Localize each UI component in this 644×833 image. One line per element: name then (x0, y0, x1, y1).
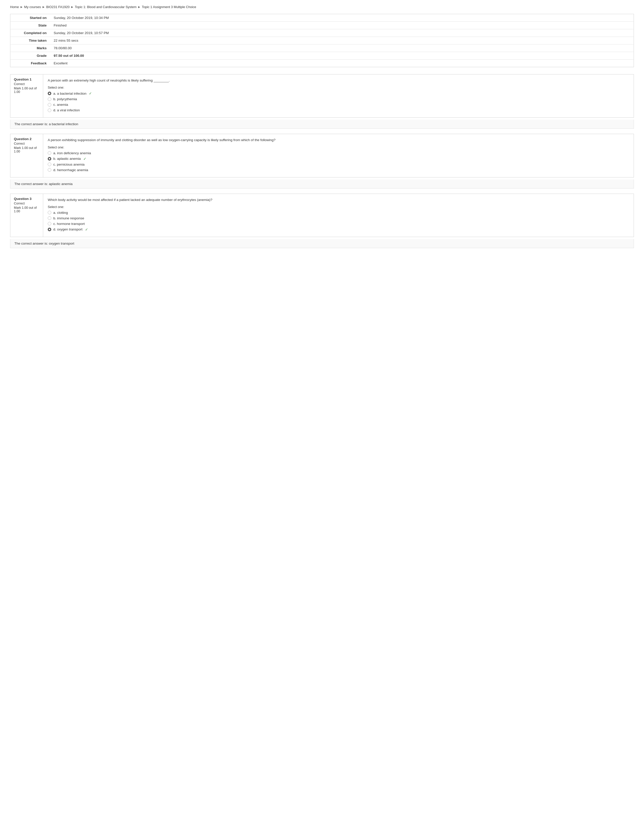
breadcrumb-topic[interactable]: Topic 1: Blood and Cardiovascular System (75, 5, 136, 9)
completed-value: Sunday, 20 October 2019, 10:57 PM (51, 29, 634, 37)
radio-2-2 (48, 157, 51, 161)
summary-row-feedback: Feedback Excellent (10, 60, 634, 67)
option-1-1: a. a bacterial infection✓ (48, 92, 629, 95)
question-body-2: A person exhibiting suppression of immun… (43, 134, 634, 177)
question-text-2: A person exhibiting suppression of immun… (48, 138, 629, 143)
option-text-1-1: a. a bacterial infection (53, 92, 86, 95)
option-1-4: d. a viral infection (48, 108, 629, 112)
questions-container: Question 1CorrectMark 1.00 out of1.00A p… (10, 74, 634, 248)
breadcrumb-sep-3: ► (71, 5, 74, 9)
started-value: Sunday, 20 October 2019, 10:34 PM (51, 14, 634, 22)
option-text-1-3: c. anemia (53, 103, 68, 106)
radio-2-3 (48, 162, 51, 166)
breadcrumb-course[interactable]: BIO231 FA1920 (46, 5, 70, 9)
summary-row-grade: Grade 97.50 out of 100.00 (10, 52, 634, 60)
option-3-1: a. clotting (48, 211, 629, 215)
question-text-1: A person with an extremely high count of… (48, 78, 629, 83)
option-2-4: d. hemorrhagic anemia (48, 168, 629, 172)
radio-3-3 (48, 222, 51, 225)
breadcrumb: Home ► My courses ► BIO231 FA1920 ► Topi… (10, 5, 634, 9)
breadcrumb-sep-1: ► (20, 5, 23, 9)
summary-row-marks: Marks 78.00/80.00 (10, 44, 634, 52)
radio-1-2 (48, 97, 51, 101)
option-1-2: b. polycythemia (48, 97, 629, 101)
radio-2-4 (48, 168, 51, 172)
marks-label: Marks (10, 44, 51, 52)
option-2-3: c. pernicious anemia (48, 162, 629, 166)
summary-row-timetaken: Time taken 22 mins 55 secs (10, 37, 634, 44)
question-body-1: A person with an extremely high count of… (43, 74, 634, 117)
question-number-2: Question 2 (14, 137, 39, 141)
option-text-2-1: a. iron deficiency anemia (53, 151, 91, 155)
question-status-2: Correct (14, 142, 39, 145)
option-text-1-4: d. a viral infection (53, 108, 80, 112)
question-mark2-2: 1.00 (14, 150, 39, 153)
question-sidebar-2: Question 2CorrectMark 1.00 out of1.00 (10, 134, 43, 177)
question-number-3: Question 3 (14, 197, 39, 201)
timetaken-label: Time taken (10, 37, 51, 44)
question-mark2-3: 1.00 (14, 209, 39, 213)
state-label: State (10, 22, 51, 29)
question-status-3: Correct (14, 201, 39, 205)
radio-2-1 (48, 151, 51, 155)
option-text-3-1: a. clotting (53, 211, 68, 215)
question-status-1: Correct (14, 82, 39, 86)
timetaken-value: 22 mins 55 secs (51, 37, 634, 44)
breadcrumb-mycourses[interactable]: My courses (24, 5, 41, 9)
breadcrumb-sep-4: ► (138, 5, 141, 9)
radio-3-2 (48, 216, 51, 220)
question-sidebar-3: Question 3CorrectMark 1.00 out of1.00 (10, 194, 43, 237)
summary-row-completed: Completed on Sunday, 20 October 2019, 10… (10, 29, 634, 37)
option-text-2-3: c. pernicious anemia (53, 162, 85, 166)
completed-label: Completed on (10, 29, 51, 37)
started-label: Started on (10, 14, 51, 22)
check-icon-3-4: ✓ (85, 227, 88, 232)
radio-1-1 (48, 92, 51, 95)
question-mark-1: Mark 1.00 out of (14, 87, 39, 90)
question-mark2-1: 1.00 (14, 90, 39, 94)
option-2-1: a. iron deficiency anemia (48, 151, 629, 155)
grade-value: 97.50 out of 100.00 (51, 52, 634, 60)
marks-value: 78.00/80.00 (51, 44, 634, 52)
radio-3-1 (48, 211, 51, 214)
question-mark-2: Mark 1.00 out of (14, 146, 39, 150)
option-text-3-3: c. hormone transport (53, 222, 85, 226)
grade-label: Grade (10, 52, 51, 60)
question-sidebar-1: Question 1CorrectMark 1.00 out of1.00 (10, 74, 43, 117)
options-list-2: a. iron deficiency anemiab. aplastic ane… (48, 151, 629, 172)
question-text-3: Which body activity would be most affect… (48, 198, 629, 203)
summary-table: Started on Sunday, 20 October 2019, 10:3… (10, 14, 634, 67)
summary-row-state: State Finished (10, 22, 634, 29)
feedback-label: Feedback (10, 60, 51, 67)
option-2-2: b. aplastic anemia✓ (48, 157, 629, 161)
breadcrumb-sep-2: ► (42, 5, 45, 9)
check-icon-2-2: ✓ (83, 157, 86, 161)
summary-row-started: Started on Sunday, 20 October 2019, 10:3… (10, 14, 634, 22)
correct-answer-box-1: The correct answer is: a bacterial infec… (10, 120, 634, 129)
option-3-3: c. hormone transport (48, 222, 629, 226)
option-text-2-2: b. aplastic anemia (53, 157, 81, 161)
feedback-value: Excellent (51, 60, 634, 67)
question-mark-3: Mark 1.00 out of (14, 206, 39, 209)
question-block-2: Question 2CorrectMark 1.00 out of1.00A p… (10, 134, 634, 177)
radio-1-3 (48, 103, 51, 106)
select-label-2: Select one: (48, 145, 629, 149)
option-text-2-4: d. hemorrhagic anemia (53, 168, 88, 172)
option-3-2: b. immune response (48, 216, 629, 220)
question-block-1: Question 1CorrectMark 1.00 out of1.00A p… (10, 74, 634, 117)
correct-answer-box-2: The correct answer is: aplastic anemia (10, 180, 634, 188)
select-label-3: Select one: (48, 205, 629, 209)
option-text-3-2: b. immune response (53, 216, 84, 220)
correct-answer-box-3: The correct answer is: oxygen transport (10, 239, 634, 248)
radio-1-4 (48, 109, 51, 112)
breadcrumb-home[interactable]: Home (10, 5, 19, 9)
options-list-3: a. clottingb. immune responsec. hormone … (48, 211, 629, 232)
question-body-3: Which body activity would be most affect… (43, 194, 634, 237)
question-block-3: Question 3CorrectMark 1.00 out of1.00Whi… (10, 194, 634, 237)
option-text-1-2: b. polycythemia (53, 97, 77, 101)
option-3-4: d. oxygen transport✓ (48, 227, 629, 232)
state-value: Finished (51, 22, 634, 29)
option-text-3-4: d. oxygen transport (53, 227, 82, 231)
breadcrumb-assignment[interactable]: Topic 1 Assignment 3 Multiple Choice (142, 5, 196, 9)
question-number-1: Question 1 (14, 77, 39, 81)
